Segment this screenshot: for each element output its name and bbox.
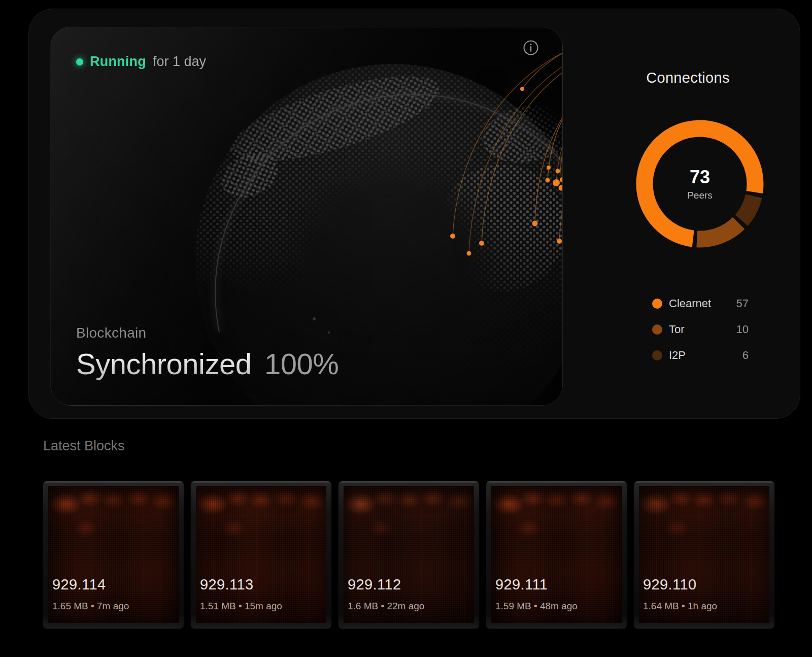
block-meta: 1.6 MB • 22m ago	[348, 601, 424, 612]
legend-value: 57	[736, 297, 749, 310]
block-meta: 1.65 MB • 7m ago	[52, 601, 129, 612]
legend-row-tor: Tor 10	[652, 320, 749, 339]
node-status: Running for 1 day	[76, 54, 206, 70]
block-height: 929.112	[348, 576, 401, 593]
node-overview-card: Running for 1 day Blockchain Synchronize…	[28, 9, 800, 419]
block-card-929114[interactable]: 929.114 1.65 MB • 7m ago	[43, 481, 184, 629]
legend-row-clearnet: Clearnet 57	[652, 294, 749, 313]
legend-value: 6	[742, 349, 749, 362]
status-duration: for 1 day	[153, 54, 206, 70]
blockchain-label: Blockchain	[76, 325, 339, 341]
sync-status: Blockchain Synchronized 100%	[76, 325, 339, 379]
peers-donut-chart: 73 Peers	[629, 113, 771, 255]
legend-value: 10	[736, 323, 749, 336]
legend-label: Clearnet	[669, 297, 711, 310]
legend-label: Tor	[669, 323, 685, 336]
block-card-929113[interactable]: 929.113 1.51 MB • 15m ago	[191, 481, 331, 629]
block-meta: 1.64 MB • 1h ago	[643, 601, 717, 612]
sync-line: Synchronized 100%	[76, 349, 339, 379]
status-dot-icon	[76, 58, 83, 65]
connections-panel: Connections 73 Peers Clearnet 57 Tor 10	[575, 9, 801, 419]
block-card-929110[interactable]: 929.110 1.64 MB • 1h ago	[634, 481, 774, 629]
donut-chart-svg	[629, 113, 771, 255]
latest-blocks-row: 929.114 1.65 MB • 7m ago 929.113 1.51 MB…	[43, 481, 774, 629]
block-height: 929.113	[200, 576, 253, 593]
node-dashboard: Running for 1 day Blockchain Synchronize…	[0, 0, 812, 657]
clearnet-dot-icon	[652, 299, 662, 309]
sync-word: Synchronized	[76, 347, 251, 380]
status-state: Running	[90, 54, 146, 70]
tor-dot-icon	[652, 324, 662, 335]
block-height: 929.111	[495, 576, 548, 593]
block-card-929111[interactable]: 929.111 1.59 MB • 48m ago	[486, 481, 627, 629]
connections-legend: Clearnet 57 Tor 10 I2P 6	[652, 294, 749, 372]
info-button[interactable]	[523, 40, 539, 56]
legend-row-i2p: I2P 6	[652, 346, 749, 365]
block-card-929112[interactable]: 929.112 1.6 MB • 22m ago	[339, 481, 479, 629]
latest-blocks-title: Latest Blocks	[43, 438, 125, 454]
block-height: 929.110	[643, 576, 696, 593]
block-meta: 1.51 MB • 15m ago	[200, 601, 282, 612]
sync-percent: 100%	[264, 347, 339, 380]
legend-label: I2P	[669, 349, 686, 362]
i2p-dot-icon	[652, 350, 662, 360]
globe-card: Running for 1 day Blockchain Synchronize…	[50, 27, 563, 406]
connections-title: Connections	[575, 70, 801, 86]
info-icon	[523, 40, 539, 56]
block-meta: 1.59 MB • 48m ago	[495, 601, 578, 612]
block-height: 929.114	[52, 576, 106, 593]
